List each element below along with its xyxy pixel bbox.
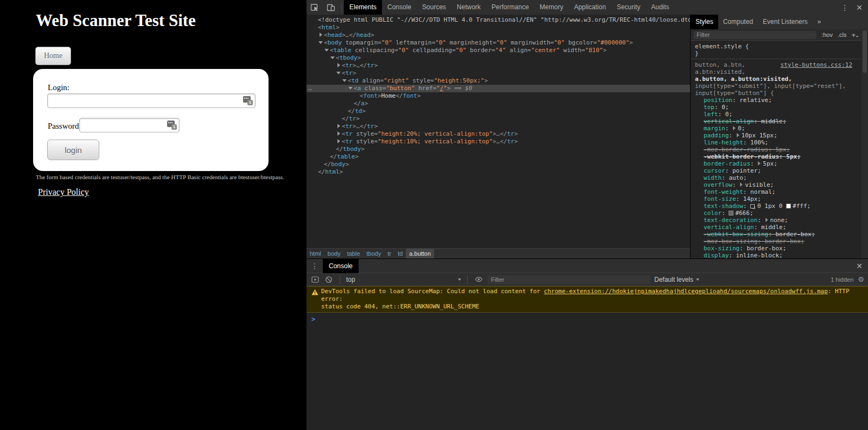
expand-arrow-icon[interactable] [336,62,342,67]
tree-row[interactable]: <html> [307,24,690,31]
tree-row[interactable]: <table cellspacing="0" cellpadding="0" b… [307,47,690,54]
css-property-overflow[interactable]: overflow: visible; [695,181,857,188]
close-devtools-button[interactable]: ✕ [853,3,868,12]
tree-row[interactable]: </td> [307,108,690,115]
log-levels-dropdown[interactable]: Default levels [654,276,699,283]
tree-row[interactable]: </body> [307,161,690,168]
expand-value-arrow-icon[interactable] [733,126,736,130]
console-prompt-chevron[interactable]: > [307,313,868,326]
devtools-tab-network[interactable]: Network [451,0,486,15]
css-property-top[interactable]: top: 0; [695,104,857,111]
execution-context-selector[interactable]: top [346,276,461,283]
devtools-tab-application[interactable]: Application [569,0,611,15]
devtools-tab-audits[interactable]: Audits [646,0,674,15]
tree-row[interactable]: <head>…</head> [307,31,690,39]
tree-row[interactable]: </html> [307,168,690,176]
expand-value-arrow-icon[interactable] [737,133,739,137]
css-property-webkit-box-sizing[interactable]: -webkit-box-sizing: border-box; [695,231,857,238]
styles-scrollbar[interactable] [861,29,868,258]
css-property-vertical-align[interactable]: vertical-align: middle; [695,224,857,231]
breadcrumb-item-td[interactable]: td [394,249,406,258]
element-style-section[interactable]: element.style { } [691,41,861,59]
color-swatch[interactable] [786,204,791,208]
console-sidebar-toggle-icon[interactable] [310,276,320,283]
toggle-classes[interactable]: .cls [838,31,847,38]
css-selector[interactable]: a.btn:visited, [695,68,857,75]
breadcrumb-item-table[interactable]: table [344,249,363,258]
tree-row[interactable]: </tr> [307,115,690,123]
more-actions-dots[interactable]: … [308,85,312,92]
css-property-text-decoration[interactable]: text-decoration: none; [695,217,857,224]
styles-tab-event-listeners[interactable]: Event Listeners [758,15,813,29]
css-property-padding[interactable]: padding: 10px 15px; [695,132,857,139]
css-property-color[interactable]: color: #666; [695,210,857,217]
css-property-vertical-align[interactable]: vertical-align: middle; [695,118,857,125]
css-property-border-radius[interactable]: border-radius: 5px; [695,160,857,167]
inspect-element-icon[interactable] [307,3,323,12]
devtools-tab-elements[interactable]: Elements [344,0,382,15]
breadcrumb-item-body[interactable]: body [324,249,344,258]
expand-arrow-icon[interactable] [342,78,348,83]
console-drawer-tab[interactable]: Console [323,259,359,273]
color-swatch[interactable] [729,211,733,216]
expand-arrow-icon[interactable] [348,85,354,90]
styles-tab-styles[interactable]: Styles [691,15,718,29]
breadcrumb-item-tr[interactable]: tr [384,249,394,258]
expand-arrow-icon[interactable] [318,32,324,37]
devtools-tab-console[interactable]: Console [382,0,417,15]
breadcrumb-item-a.button[interactable]: a.button [406,249,434,258]
expand-arrow-icon[interactable] [336,131,342,136]
stylesheet-source-link[interactable]: style-buttons.css:12 [781,61,852,68]
css-property-webkit-border-radius[interactable]: -webkit-border-radius: 5px; [695,153,857,160]
close-drawer-button[interactable]: ✕ [853,262,868,270]
css-property-display[interactable]: display: inline-block; [695,252,857,258]
password-manager-icon[interactable]: 1 [167,121,177,130]
console-settings-gear-icon[interactable]: ⚙ [858,275,864,283]
password-manager-icon[interactable]: 1 [243,96,253,105]
css-property-moz-box-sizing[interactable]: -moz-box-sizing: border-box; [695,238,857,245]
tree-row[interactable]: <tr style="height:20%; vertical-align:to… [307,130,690,138]
expand-arrow-icon[interactable] [330,55,336,60]
tree-row[interactable]: <body topmargin="0" leftmargin="0" margi… [307,39,690,47]
expand-value-arrow-icon[interactable] [740,182,743,187]
drawer-menu-icon[interactable]: ⋮ [307,262,323,270]
login-submit-button[interactable]: login [47,140,99,160]
new-style-rule-button[interactable]: + [851,31,858,39]
styles-filter-input[interactable]: Filter [694,31,816,39]
expand-arrow-icon[interactable] [336,138,342,143]
devtools-tab-memory[interactable]: Memory [534,0,569,15]
tree-row[interactable]: …<a class="button" href="/"> == $0 [307,85,690,92]
devtools-tab-security[interactable]: Security [611,0,646,15]
password-input[interactable] [79,118,180,132]
tree-row[interactable]: <!doctype html PUBLIC "-//W3C//DTD HTML … [307,16,690,24]
css-property-left[interactable]: left: 0; [695,111,857,118]
privacy-policy-link[interactable]: Privacy Policy [38,187,89,197]
css-selector[interactable]: input[type="submit"], input[type="reset"… [695,83,857,90]
toggle-hover-state[interactable]: :hov [821,31,833,38]
devtools-tab-sources[interactable]: Sources [417,0,451,15]
tree-row[interactable]: <tr style="height:10%; vertical-align:to… [307,138,690,146]
clear-console-icon[interactable] [324,276,334,283]
css-property-width[interactable]: width: auto; [695,174,857,181]
console-filter-input[interactable]: Filter [488,275,650,284]
css-selector[interactable]: input[type="button"] { [695,90,857,97]
css-property-position[interactable]: position: relative; [695,97,857,104]
more-tabs-icon[interactable]: » [813,15,826,29]
expand-value-arrow-icon[interactable] [765,218,768,222]
device-toolbar-icon[interactable] [323,3,339,12]
home-button[interactable]: Home [35,47,71,65]
tree-row[interactable]: <tbody> [307,54,690,62]
css-property-line-height[interactable]: line-height: 100%; [695,139,857,146]
css-property-moz-border-radius[interactable]: -moz-border-radius: 5px; [695,146,857,153]
css-property-font-weight[interactable]: font-weight: normal; [695,188,857,195]
css-property-margin[interactable]: margin: 0; [695,125,857,132]
css-property-font-size[interactable]: font-size: 14px; [695,195,857,203]
tree-row[interactable]: <tr>…</tr> [307,123,690,130]
live-expression-eye-icon[interactable] [474,275,484,283]
text-shadow-editor-icon[interactable] [750,204,755,208]
tree-row[interactable]: </table> [307,153,690,161]
expand-arrow-icon[interactable] [336,123,342,128]
scrollbar-thumb[interactable] [863,30,867,73]
styles-tab-computed[interactable]: Computed [718,15,758,29]
login-input[interactable] [47,93,256,108]
